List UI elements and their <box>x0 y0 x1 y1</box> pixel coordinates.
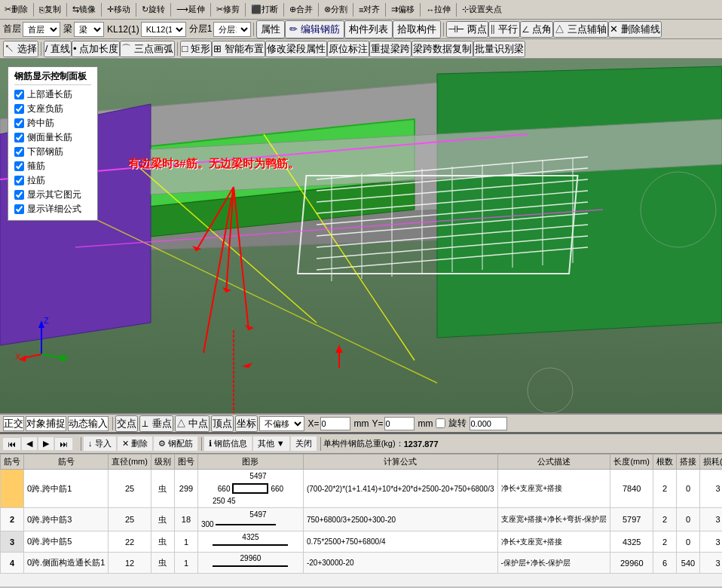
cp-item-6[interactable]: 箍筋 <box>14 160 91 173</box>
midpoint-btn[interactable]: △ 中点 <box>175 415 210 432</box>
rotate-btn[interactable]: ↻ 旋转 <box>139 3 168 16</box>
prev-page-btn[interactable]: ◀ <box>22 437 37 450</box>
copy-span-btn[interactable]: 梁跨数据复制 <box>411 41 473 57</box>
x-input[interactable] <box>320 417 350 430</box>
mirror-btn[interactable]: ⇆ 镜像 <box>69 3 99 16</box>
cp-check-1[interactable] <box>14 90 24 100</box>
vertex-btn[interactable]: 顶点 <box>211 415 234 432</box>
delete-btn[interactable]: ✂ 删除 <box>2 3 31 16</box>
cp-check-8[interactable] <box>14 190 24 200</box>
section-select[interactable]: 分层1 <box>213 22 251 37</box>
row-grade-4: 虫 <box>151 553 174 574</box>
cp-item-7[interactable]: 拉筋 <box>14 174 91 187</box>
cp-check-9[interactable] <box>14 204 24 214</box>
two-point-btn[interactable]: ⊣⊢ 两点 <box>446 21 488 38</box>
delete-rebar-btn[interactable]: ✕ 删除 <box>118 436 152 451</box>
cp-item-1[interactable]: 上部通长筋 <box>14 88 91 101</box>
rotate-input[interactable] <box>470 417 507 430</box>
close-btn[interactable]: 关闭 <box>291 436 317 451</box>
row-shape-1: 5497 660 660 250 45 <box>197 470 303 508</box>
pick-component-btn[interactable]: 拾取构件 <box>393 20 441 38</box>
perpend-btn[interactable]: ⊥ 垂点 <box>139 415 173 432</box>
first-page-btn[interactable]: ⏮ <box>3 438 20 450</box>
cp-check-2[interactable] <box>14 104 24 114</box>
y-input[interactable] <box>384 417 415 430</box>
cp-check-4[interactable] <box>14 133 24 142</box>
table-row[interactable]: 3 0跨.跨中筋5 22 虫 1 4325 0.75*2500+750+6800… <box>1 531 723 553</box>
rebar-panel: ⏮ ◀ ▶ ⏭ ↓ 导入 ✕ 删除 ⚙ 钢配筋 ℹ 钢筋信息 其他 ▼ 关闭 单… <box>0 433 722 586</box>
import-btn[interactable]: ↓ 导入 <box>84 436 116 451</box>
smart-layout-btn[interactable]: ⊞ 智能布置 <box>212 41 265 57</box>
cp-item-4[interactable]: 侧面量长筋 <box>14 131 91 144</box>
layer-select[interactable]: 首层 <box>23 22 60 37</box>
svg-text:Z: Z <box>44 316 49 325</box>
respan-btn[interactable]: 重提梁跨 <box>369 41 411 57</box>
row-desc-1: 净长+支座宽+搭接 <box>497 470 610 508</box>
align-btn[interactable]: ≡ 对齐 <box>356 3 383 16</box>
row-num-2: 2 <box>1 508 24 531</box>
modify-span-btn[interactable]: 修改梁段属性 <box>265 41 327 57</box>
cp-item-5[interactable]: 下部钢筋 <box>14 145 91 158</box>
id-select[interactable]: KL12(1) <box>141 22 186 37</box>
delete-aux-btn[interactable]: ✕ 删除辅线 <box>608 21 662 38</box>
arc-btn[interactable]: ⌒ 三点画弧 <box>120 41 175 57</box>
col-desc: 公式描述 <box>497 455 610 470</box>
edit-rebar-btn[interactable]: ✏ 编辑钢筋 <box>285 20 344 38</box>
table-row[interactable]: 2 0跨.跨中筋3 25 虫 18 5497 300 <box>1 508 723 531</box>
select-btn[interactable]: ↖ 选择 <box>3 41 38 57</box>
rebar-info-btn[interactable]: ℹ 钢筋信息 <box>204 436 252 451</box>
move-btn[interactable]: ✛ 移动 <box>104 3 133 16</box>
cp-item-3[interactable]: 跨中筋 <box>14 117 91 130</box>
break-btn[interactable]: ⬛ 打断 <box>248 3 281 16</box>
mark-btn[interactable]: 原位标注 <box>327 41 369 57</box>
copy-btn[interactable]: ⎘ 复制 <box>36 3 64 16</box>
parallel-btn[interactable]: ∥ 平行 <box>488 21 520 38</box>
cp-item-2[interactable]: 支座负筋 <box>14 103 91 115</box>
line-btn[interactable]: / 直线 <box>44 41 72 57</box>
other-btn[interactable]: 其他 ▼ <box>253 436 289 451</box>
property-btn[interactable]: 属性 <box>256 20 285 38</box>
type-select[interactable]: 梁 <box>74 22 104 37</box>
cp-item-8[interactable]: 显示其它图元 <box>14 188 91 201</box>
offset-btn[interactable]: ⇉ 偏移 <box>388 3 418 16</box>
row-num-4: 4 <box>1 553 24 574</box>
cp-check-7[interactable] <box>14 176 24 185</box>
table-header-row: 筋号 筋号 直径(mm) 级别 图号 图形 计算公式 公式描述 长度(mm) 根… <box>1 455 723 470</box>
trim-btn[interactable]: ✂ 修剪 <box>213 3 243 16</box>
snap-btn[interactable]: 对象捕捉 <box>26 416 66 431</box>
table-row[interactable]: 4 0跨.侧面构造通长筋1 12 虫 1 29960 -20+30000-20 <box>1 553 723 574</box>
three-point-aux-btn[interactable]: △ 三点辅轴 <box>553 21 608 38</box>
last-page-btn[interactable]: ⏭ <box>55 438 72 450</box>
row-grade-3: 虫 <box>151 531 174 553</box>
col-count: 根数 <box>653 455 677 470</box>
merge-btn[interactable]: ⊕ 合并 <box>286 3 316 16</box>
cp-item-9[interactable]: 显示详细公式 <box>14 203 91 216</box>
offset-select[interactable]: 不偏移 <box>259 416 304 431</box>
cp-check-6[interactable] <box>14 161 24 171</box>
batch-id-btn[interactable]: 批量识别梁 <box>473 41 525 57</box>
table-row[interactable]: 0跨.跨中筋1 25 虫 299 5497 660 660 <box>1 470 723 508</box>
next-page-btn[interactable]: ▶ <box>38 437 54 450</box>
dynamic-input-btn[interactable]: 动态输入 <box>68 416 109 431</box>
y-unit: mm <box>418 418 433 429</box>
x-unit: mm <box>353 418 369 429</box>
setpoint-btn[interactable]: ⊹ 设置夹点 <box>459 3 505 16</box>
cp-check-3[interactable] <box>14 118 24 128</box>
coord-btn[interactable]: 坐标 <box>235 415 258 432</box>
config-rebar-btn[interactable]: ⚙ 钢配筋 <box>154 436 197 451</box>
row-formula-1: (700-20*2)*(1+1.414)+10*d+20*d+2500-20+7… <box>303 470 497 508</box>
cp-check-5[interactable] <box>14 147 24 157</box>
shape-bot-1: 250 45 <box>213 496 300 506</box>
angle-btn[interactable]: ∠ 点角 <box>520 21 554 38</box>
extend-btn[interactable]: ⟶ 延伸 <box>173 3 208 16</box>
rebar-table-container[interactable]: 筋号 筋号 直径(mm) 级别 图号 图形 计算公式 公式描述 长度(mm) 根… <box>0 454 722 574</box>
component-list-btn[interactable]: 构件列表 <box>344 20 393 38</box>
stretch-btn[interactable]: ↔ 拉伸 <box>423 3 454 16</box>
rotate-checkbox[interactable] <box>436 418 445 428</box>
pointlen-btn[interactable]: • 点加长度 <box>72 41 120 57</box>
intersect-btn[interactable]: 交点 <box>115 415 138 432</box>
sep13 <box>456 3 457 17</box>
rect-btn[interactable]: □ 矩形 <box>180 41 212 57</box>
ortho-btn[interactable]: 正交 <box>3 416 24 431</box>
split-btn[interactable]: ⊗ 分割 <box>321 3 350 16</box>
